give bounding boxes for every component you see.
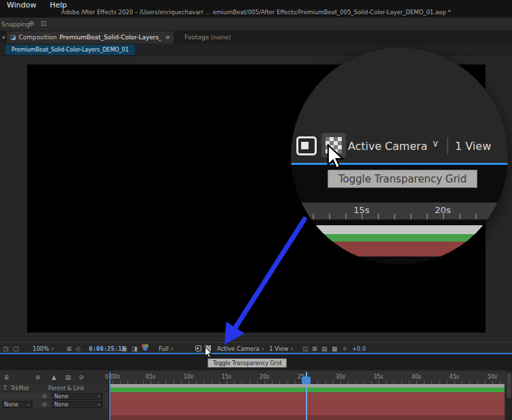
timeline-icon-4[interactable]: ▤ xyxy=(65,374,71,381)
ruler-label: 20s xyxy=(260,374,269,380)
ruler-ticks xyxy=(296,214,508,219)
magnified-camera-select: Active Camera xyxy=(348,134,427,157)
magnification-select[interactable]: 100% ∨ xyxy=(33,344,54,353)
chevron-down-icon: ∨ xyxy=(98,402,100,406)
fast-preview-icon[interactable]: ▤ xyxy=(321,344,328,353)
ruler-label: 35s xyxy=(374,374,383,380)
ruler-label: 15s xyxy=(222,374,231,380)
parent-select[interactable]: None ∨ xyxy=(52,401,103,408)
viewer-toolbar: ◳ ▢ 100% ∨ ⊞ ◇ 0:00:25:15 ▣ ◨ Full ∨ Act… xyxy=(0,342,512,354)
timeline-start-marker xyxy=(109,372,111,420)
ruler-label: 05s xyxy=(146,374,155,380)
comp-navigator-item[interactable]: PremiumBeat_Solid-Color-Layers_DEMO_01 xyxy=(5,45,135,55)
chevron-down-icon: ∨ xyxy=(98,394,100,398)
chevron-down-icon: ∨ xyxy=(51,346,54,351)
ruler-label: 45s xyxy=(450,374,459,380)
playhead-handle[interactable] xyxy=(302,377,311,384)
current-time-field[interactable]: 0:00:25:15 xyxy=(89,344,125,353)
ruler-label: 10s xyxy=(184,374,193,380)
resolution-select[interactable]: Full ∨ xyxy=(159,344,174,353)
red-layer-bar[interactable] xyxy=(111,392,505,415)
ruler-label: 40s xyxy=(412,374,421,380)
magnified-time-ruler: 15s 20s xyxy=(291,202,508,220)
snapshot-icon[interactable]: ▣ xyxy=(121,344,127,353)
column-header-parent-link: Parent & Link xyxy=(48,385,84,392)
tab-composition-label: Composition xyxy=(19,34,57,41)
timeline-icon-3[interactable]: ▲ xyxy=(52,374,56,381)
tooltip: Toggle Transparency Grid xyxy=(208,358,287,368)
ruler-label: 0:00s xyxy=(105,374,120,380)
reset-exposure-icon[interactable]: ☼ xyxy=(342,344,347,353)
grid-guides-icon[interactable]: ⊞ xyxy=(66,344,72,353)
chevron-down-icon: ∨ xyxy=(432,138,439,149)
exposure-value[interactable]: +0.0 xyxy=(352,344,366,353)
red-layer-bar-bottom xyxy=(111,415,505,420)
column-header-trkmat: TrkMat xyxy=(11,385,29,392)
parent-value: None xyxy=(54,402,68,408)
monitor-icon[interactable]: ▢ xyxy=(13,344,19,353)
snapping-label: Snapping xyxy=(1,21,30,28)
magnified-work-area-bar xyxy=(291,225,508,234)
resolution-value: Full xyxy=(159,345,169,352)
panel-menu-icon[interactable]: ≡ xyxy=(165,34,170,41)
view-layout-value: 1 View xyxy=(269,345,288,352)
tab-footage[interactable]: Footage (none) xyxy=(180,31,235,43)
timeline-panel: ≣ ⊛ ▲ ▤ ⊘ 0:00s 05s 10s 15s 20s 25s 30s … xyxy=(0,369,512,420)
view-layout-select[interactable]: 1 View ∨ xyxy=(269,344,294,353)
green-layer-bar[interactable] xyxy=(111,387,505,392)
scrollbar-thumb[interactable] xyxy=(507,373,511,398)
pickwhip-icon[interactable]: ◎ xyxy=(42,401,47,407)
chevron-down-icon: ∨ xyxy=(27,402,30,406)
timeline-button-icon[interactable]: ▦ xyxy=(332,344,338,353)
trkmat-value: None xyxy=(4,402,18,408)
tab-composition-name: PremiumBeat_Solid-Color-Layers_DEMO_01 xyxy=(60,34,161,41)
cursor-icon xyxy=(204,347,212,358)
parent-select[interactable]: None ∨ xyxy=(52,393,103,400)
share-view-icon[interactable]: ◫ xyxy=(302,344,309,353)
magnified-tooltip: Toggle Transparency Grid xyxy=(328,170,477,188)
ruler-label: 30s xyxy=(336,374,345,380)
show-snapshot-icon[interactable]: ◨ xyxy=(132,344,138,353)
region-of-interest-button[interactable] xyxy=(195,344,201,353)
layer-row: None ∨ ◎ None ∨ xyxy=(0,400,109,408)
chevron-down-icon: ∨ xyxy=(171,346,174,351)
panel-group-icon[interactable]: ▪ xyxy=(2,35,5,40)
layer-row xyxy=(0,408,109,417)
timeline-column-headers: T TrkMat Parent & Link xyxy=(0,384,109,392)
snap-angle-icon[interactable]: ⊕ xyxy=(28,20,34,27)
magnification-value: 100% xyxy=(33,345,49,352)
column-header-t: T xyxy=(3,385,7,392)
timeline-icon-2[interactable]: ⊛ xyxy=(35,374,41,381)
camera-select[interactable]: Active Camera ∨ xyxy=(217,344,264,353)
timeline-icon-5[interactable]: ⊘ xyxy=(79,374,84,381)
show-channel-icon[interactable] xyxy=(142,344,149,351)
pixel-aspect-icon[interactable]: ⊠ xyxy=(312,344,317,353)
tools-bar: Snapping ⊕ ⊡ xyxy=(0,18,512,31)
region-of-interest-icon xyxy=(295,134,318,157)
magnified-view-select: 1 View xyxy=(455,134,491,157)
composition-panel-icon: ◪ xyxy=(10,34,16,41)
chevron-down-icon: ∨ xyxy=(261,346,264,351)
camera-value: Active Camera xyxy=(217,345,259,352)
layer-row: ◎ None ∨ xyxy=(0,392,109,400)
parent-value: None xyxy=(54,394,68,400)
chevron-down-icon: ∨ xyxy=(290,346,293,351)
menubar: Window Help Adobe After Effects 2020 – /… xyxy=(0,0,512,18)
window-title: Adobe After Effects 2020 – /Users/enriqu… xyxy=(0,9,512,16)
magnified-panel-highlight xyxy=(291,163,508,165)
timeline-icon-1[interactable]: ≣ xyxy=(4,374,9,381)
timeline-scrollbar[interactable] xyxy=(506,370,512,420)
trkmat-select[interactable]: None ∨ xyxy=(1,401,33,408)
tab-composition[interactable]: ◪ Composition PremiumBeat_Solid-Color-La… xyxy=(7,31,174,43)
magnifier-annotation: Active Camera ∨ 1 View Toggle Transparen… xyxy=(291,47,508,265)
panel-tabbar: ▪ ◪ Composition PremiumBeat_Solid-Color-… xyxy=(0,31,512,43)
separator xyxy=(447,137,448,155)
cursor-icon xyxy=(326,144,344,170)
region-of-interest-icon xyxy=(195,345,201,351)
always-preview-icon[interactable]: ◳ xyxy=(3,344,9,353)
mask-visibility-icon[interactable]: ◇ xyxy=(76,344,81,353)
pickwhip-icon[interactable]: ◎ xyxy=(42,393,47,399)
snap-frame-icon[interactable]: ⊡ xyxy=(41,20,46,27)
ruler-label: 50s xyxy=(488,374,497,380)
